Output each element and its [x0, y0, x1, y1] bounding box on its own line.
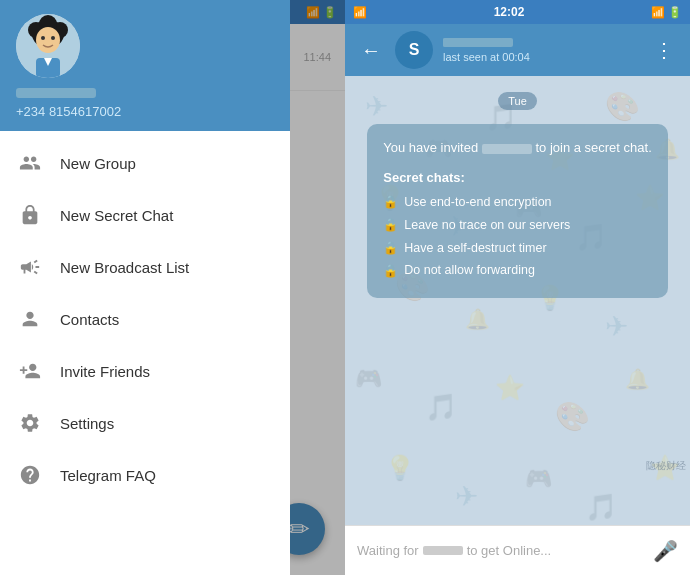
feature-item-2: 🔒 Leave no trace on our servers	[383, 216, 652, 235]
lock-icon-4: 🔒	[383, 262, 398, 280]
faq-label: Telegram FAQ	[60, 467, 156, 484]
person-add-icon	[18, 359, 42, 383]
right-signal-icon: 📶	[651, 6, 665, 19]
help-icon	[18, 463, 42, 487]
chat-header: ← S last seen at 00:04 ⋮	[345, 24, 690, 76]
feature-label-4: Do not allow forwarding	[404, 261, 535, 280]
watermark: 隐秘财经	[646, 459, 686, 473]
settings-label: Settings	[60, 415, 114, 432]
feature-label-3: Have a self-destruct timer	[404, 239, 546, 258]
person-icon	[18, 307, 42, 331]
invite-friends-label: Invite Friends	[60, 363, 150, 380]
lock-icon-2: 🔒	[383, 216, 398, 234]
feature-label-2: Leave no trace on our servers	[404, 216, 570, 235]
drawer-item-new-group[interactable]: New Group	[0, 137, 290, 189]
drawer-menu: +234 8154617002 New Group New Secret Cha…	[0, 0, 290, 575]
contacts-label: Contacts	[60, 311, 119, 328]
group-icon	[18, 151, 42, 175]
chat-header-name	[443, 38, 513, 47]
date-divider: Tue	[357, 92, 678, 110]
date-badge: Tue	[498, 92, 537, 110]
drawer-item-contacts[interactable]: Contacts	[0, 293, 290, 345]
chat-input-bar: Waiting for to get Online... 🎤	[345, 525, 690, 575]
drawer-item-new-secret-chat[interactable]: New Secret Chat	[0, 189, 290, 241]
waiting-name-blur	[423, 546, 463, 555]
right-status-icons: 📶 🔋	[651, 6, 682, 19]
chat-header-info: last seen at 00:04	[443, 38, 640, 63]
drawer-phone: +234 8154617002	[16, 104, 274, 119]
back-button[interactable]: ←	[357, 35, 385, 66]
feature-item-4: 🔒 Do not allow forwarding	[383, 261, 652, 280]
drawer-item-invite-friends[interactable]: Invite Friends	[0, 345, 290, 397]
drawer-item-faq[interactable]: Telegram FAQ	[0, 449, 290, 501]
mic-icon[interactable]: 🎤	[653, 539, 678, 563]
new-secret-chat-label: New Secret Chat	[60, 207, 173, 224]
chat-header-status: last seen at 00:04	[443, 51, 640, 63]
svg-point-6	[41, 36, 45, 40]
lock-icon	[18, 203, 42, 227]
status-bar-right: 📶 12:02 📶 🔋	[345, 0, 690, 24]
drawer-item-new-broadcast[interactable]: New Broadcast List	[0, 241, 290, 293]
right-panel: 📶 12:02 📶 🔋 ← S last seen at 00:04 ⋮ ✈ 🎮…	[345, 0, 690, 575]
right-time: 12:02	[494, 5, 525, 19]
name-blur-1	[482, 144, 532, 154]
drawer-name-bar	[16, 88, 96, 98]
new-broadcast-label: New Broadcast List	[60, 259, 189, 276]
secret-chats-title: Secret chats:	[383, 168, 652, 188]
feature-label-1: Use end-to-end encryption	[404, 193, 551, 212]
lock-icon-1: 🔒	[383, 193, 398, 211]
chat-messages: Tue You have invited to join a secret ch…	[345, 76, 690, 525]
drawer-item-settings[interactable]: Settings	[0, 397, 290, 449]
feature-item-1: 🔒 Use end-to-end encryption	[383, 193, 652, 212]
waiting-text: Waiting for to get Online...	[357, 543, 643, 558]
invite-text: You have invited to join a secret chat.	[383, 138, 652, 158]
feature-item-3: 🔒 Have a self-destruct timer	[383, 239, 652, 258]
svg-point-7	[51, 36, 55, 40]
megaphone-icon	[18, 255, 42, 279]
chat-menu-button[interactable]: ⋮	[650, 34, 678, 66]
right-battery-icon: 🔋	[668, 6, 682, 19]
chat-header-avatar: S	[395, 31, 433, 69]
chat-background: ✈ 🎮 🎵 ⭐ 🎨 🔔 💡 ✈ 🎮 🎵 ⭐ 🎨 🔔 💡 ✈ 🎮 🎵 ⭐ 🎨 🔔 …	[345, 76, 690, 525]
drawer-items: New Group New Secret Chat New Broadcast …	[0, 131, 290, 575]
right-carrier: 📶	[353, 6, 367, 19]
system-message-box: You have invited to join a secret chat. …	[367, 124, 668, 298]
new-group-label: New Group	[60, 155, 136, 172]
svg-point-5	[36, 27, 60, 53]
left-panel: 📶 11:48 📶 🔋 i... 11:44	[0, 0, 345, 575]
drawer-avatar	[16, 14, 80, 78]
avatar-svg	[16, 14, 80, 78]
settings-icon	[18, 411, 42, 435]
drawer-header: +234 8154617002	[0, 0, 290, 131]
lock-icon-3: 🔒	[383, 239, 398, 257]
